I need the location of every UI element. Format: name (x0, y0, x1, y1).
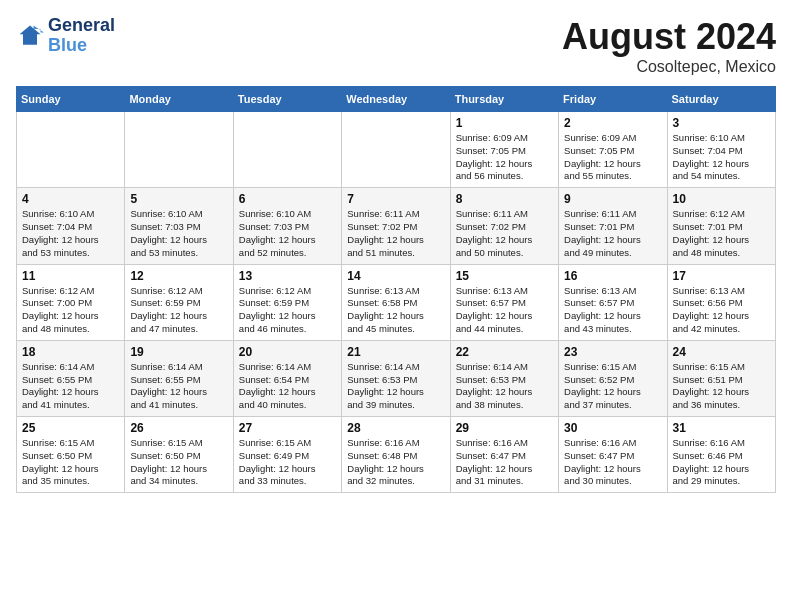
calendar-cell: 11Sunrise: 6:12 AM Sunset: 7:00 PM Dayli… (17, 264, 125, 340)
day-info: Sunrise: 6:11 AM Sunset: 7:01 PM Dayligh… (564, 208, 661, 259)
day-info: Sunrise: 6:16 AM Sunset: 6:47 PM Dayligh… (564, 437, 661, 488)
calendar-week-row: 11Sunrise: 6:12 AM Sunset: 7:00 PM Dayli… (17, 264, 776, 340)
day-info: Sunrise: 6:10 AM Sunset: 7:04 PM Dayligh… (22, 208, 119, 259)
day-number: 13 (239, 269, 336, 283)
day-info: Sunrise: 6:09 AM Sunset: 7:05 PM Dayligh… (456, 132, 553, 183)
day-info: Sunrise: 6:15 AM Sunset: 6:50 PM Dayligh… (130, 437, 227, 488)
day-info: Sunrise: 6:12 AM Sunset: 6:59 PM Dayligh… (130, 285, 227, 336)
calendar-cell: 16Sunrise: 6:13 AM Sunset: 6:57 PM Dayli… (559, 264, 667, 340)
day-number: 8 (456, 192, 553, 206)
day-number: 5 (130, 192, 227, 206)
day-info: Sunrise: 6:13 AM Sunset: 6:57 PM Dayligh… (564, 285, 661, 336)
title-section: August 2024 Cosoltepec, Mexico (562, 16, 776, 76)
calendar-cell: 10Sunrise: 6:12 AM Sunset: 7:01 PM Dayli… (667, 188, 775, 264)
calendar-header-monday: Monday (125, 87, 233, 112)
calendar-cell: 14Sunrise: 6:13 AM Sunset: 6:58 PM Dayli… (342, 264, 450, 340)
calendar-cell (233, 112, 341, 188)
calendar-cell: 25Sunrise: 6:15 AM Sunset: 6:50 PM Dayli… (17, 417, 125, 493)
calendar-cell: 4Sunrise: 6:10 AM Sunset: 7:04 PM Daylig… (17, 188, 125, 264)
day-info: Sunrise: 6:12 AM Sunset: 7:00 PM Dayligh… (22, 285, 119, 336)
calendar-cell: 18Sunrise: 6:14 AM Sunset: 6:55 PM Dayli… (17, 340, 125, 416)
day-number: 21 (347, 345, 444, 359)
subtitle: Cosoltepec, Mexico (562, 58, 776, 76)
day-number: 2 (564, 116, 661, 130)
day-info: Sunrise: 6:11 AM Sunset: 7:02 PM Dayligh… (347, 208, 444, 259)
day-info: Sunrise: 6:15 AM Sunset: 6:49 PM Dayligh… (239, 437, 336, 488)
calendar-cell: 17Sunrise: 6:13 AM Sunset: 6:56 PM Dayli… (667, 264, 775, 340)
calendar-cell (17, 112, 125, 188)
calendar-week-row: 18Sunrise: 6:14 AM Sunset: 6:55 PM Dayli… (17, 340, 776, 416)
day-number: 27 (239, 421, 336, 435)
logo-text: GeneralBlue (48, 16, 115, 56)
day-info: Sunrise: 6:10 AM Sunset: 7:03 PM Dayligh… (130, 208, 227, 259)
calendar-cell: 30Sunrise: 6:16 AM Sunset: 6:47 PM Dayli… (559, 417, 667, 493)
day-number: 19 (130, 345, 227, 359)
calendar-cell: 24Sunrise: 6:15 AM Sunset: 6:51 PM Dayli… (667, 340, 775, 416)
calendar-cell: 28Sunrise: 6:16 AM Sunset: 6:48 PM Dayli… (342, 417, 450, 493)
calendar-cell: 19Sunrise: 6:14 AM Sunset: 6:55 PM Dayli… (125, 340, 233, 416)
day-number: 4 (22, 192, 119, 206)
calendar-cell (342, 112, 450, 188)
day-info: Sunrise: 6:14 AM Sunset: 6:54 PM Dayligh… (239, 361, 336, 412)
day-number: 6 (239, 192, 336, 206)
day-info: Sunrise: 6:10 AM Sunset: 7:03 PM Dayligh… (239, 208, 336, 259)
calendar-week-row: 1Sunrise: 6:09 AM Sunset: 7:05 PM Daylig… (17, 112, 776, 188)
calendar-cell: 31Sunrise: 6:16 AM Sunset: 6:46 PM Dayli… (667, 417, 775, 493)
day-number: 26 (130, 421, 227, 435)
day-info: Sunrise: 6:13 AM Sunset: 6:56 PM Dayligh… (673, 285, 770, 336)
main-title: August 2024 (562, 16, 776, 58)
calendar-header-tuesday: Tuesday (233, 87, 341, 112)
day-number: 14 (347, 269, 444, 283)
day-info: Sunrise: 6:13 AM Sunset: 6:58 PM Dayligh… (347, 285, 444, 336)
calendar-header-sunday: Sunday (17, 87, 125, 112)
day-number: 7 (347, 192, 444, 206)
logo-icon (16, 22, 44, 50)
calendar-cell: 5Sunrise: 6:10 AM Sunset: 7:03 PM Daylig… (125, 188, 233, 264)
calendar-cell: 22Sunrise: 6:14 AM Sunset: 6:53 PM Dayli… (450, 340, 558, 416)
day-number: 17 (673, 269, 770, 283)
calendar-cell: 8Sunrise: 6:11 AM Sunset: 7:02 PM Daylig… (450, 188, 558, 264)
calendar-cell: 13Sunrise: 6:12 AM Sunset: 6:59 PM Dayli… (233, 264, 341, 340)
calendar-cell: 7Sunrise: 6:11 AM Sunset: 7:02 PM Daylig… (342, 188, 450, 264)
day-number: 20 (239, 345, 336, 359)
logo: GeneralBlue (16, 16, 115, 56)
calendar-cell: 2Sunrise: 6:09 AM Sunset: 7:05 PM Daylig… (559, 112, 667, 188)
calendar-cell: 27Sunrise: 6:15 AM Sunset: 6:49 PM Dayli… (233, 417, 341, 493)
day-info: Sunrise: 6:15 AM Sunset: 6:51 PM Dayligh… (673, 361, 770, 412)
calendar-cell: 6Sunrise: 6:10 AM Sunset: 7:03 PM Daylig… (233, 188, 341, 264)
day-info: Sunrise: 6:15 AM Sunset: 6:52 PM Dayligh… (564, 361, 661, 412)
day-number: 9 (564, 192, 661, 206)
day-number: 28 (347, 421, 444, 435)
calendar-header-saturday: Saturday (667, 87, 775, 112)
calendar-cell: 21Sunrise: 6:14 AM Sunset: 6:53 PM Dayli… (342, 340, 450, 416)
calendar-header-thursday: Thursday (450, 87, 558, 112)
day-info: Sunrise: 6:14 AM Sunset: 6:55 PM Dayligh… (22, 361, 119, 412)
calendar-cell: 20Sunrise: 6:14 AM Sunset: 6:54 PM Dayli… (233, 340, 341, 416)
day-number: 29 (456, 421, 553, 435)
calendar-cell (125, 112, 233, 188)
calendar-header-row: SundayMondayTuesdayWednesdayThursdayFrid… (17, 87, 776, 112)
day-info: Sunrise: 6:16 AM Sunset: 6:47 PM Dayligh… (456, 437, 553, 488)
day-number: 16 (564, 269, 661, 283)
day-number: 15 (456, 269, 553, 283)
calendar-week-row: 4Sunrise: 6:10 AM Sunset: 7:04 PM Daylig… (17, 188, 776, 264)
day-number: 10 (673, 192, 770, 206)
calendar-cell: 1Sunrise: 6:09 AM Sunset: 7:05 PM Daylig… (450, 112, 558, 188)
day-info: Sunrise: 6:14 AM Sunset: 6:53 PM Dayligh… (347, 361, 444, 412)
day-info: Sunrise: 6:12 AM Sunset: 7:01 PM Dayligh… (673, 208, 770, 259)
day-info: Sunrise: 6:15 AM Sunset: 6:50 PM Dayligh… (22, 437, 119, 488)
day-info: Sunrise: 6:14 AM Sunset: 6:55 PM Dayligh… (130, 361, 227, 412)
day-number: 31 (673, 421, 770, 435)
calendar-cell: 3Sunrise: 6:10 AM Sunset: 7:04 PM Daylig… (667, 112, 775, 188)
calendar-header-friday: Friday (559, 87, 667, 112)
calendar-week-row: 25Sunrise: 6:15 AM Sunset: 6:50 PM Dayli… (17, 417, 776, 493)
day-info: Sunrise: 6:10 AM Sunset: 7:04 PM Dayligh… (673, 132, 770, 183)
calendar-cell: 23Sunrise: 6:15 AM Sunset: 6:52 PM Dayli… (559, 340, 667, 416)
day-info: Sunrise: 6:11 AM Sunset: 7:02 PM Dayligh… (456, 208, 553, 259)
page-header: GeneralBlue August 2024 Cosoltepec, Mexi… (16, 16, 776, 76)
calendar-cell: 9Sunrise: 6:11 AM Sunset: 7:01 PM Daylig… (559, 188, 667, 264)
day-number: 1 (456, 116, 553, 130)
calendar-cell: 29Sunrise: 6:16 AM Sunset: 6:47 PM Dayli… (450, 417, 558, 493)
day-info: Sunrise: 6:14 AM Sunset: 6:53 PM Dayligh… (456, 361, 553, 412)
day-info: Sunrise: 6:13 AM Sunset: 6:57 PM Dayligh… (456, 285, 553, 336)
